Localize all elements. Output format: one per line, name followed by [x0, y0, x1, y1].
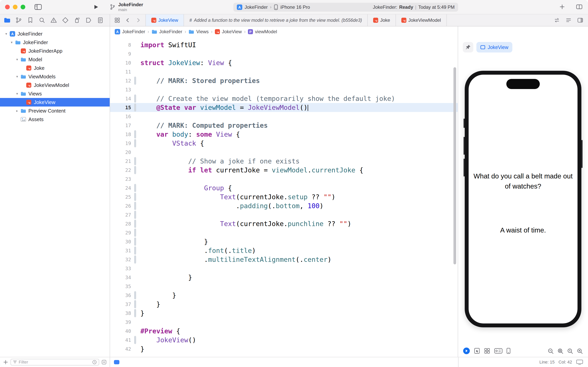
close-button[interactable]: [5, 5, 10, 9]
breadcrumb-item-jokeview[interactable]: JokeView: [215, 29, 242, 34]
sidebar-item-views[interactable]: ▾Views: [0, 89, 110, 98]
run-button[interactable]: [93, 4, 98, 10]
navigator-source-control-icon[interactable]: [15, 17, 22, 24]
code-line-20[interactable]: 20: [110, 148, 458, 157]
minimize-button[interactable]: [13, 5, 17, 9]
run-destination[interactable]: iPhone 16 Pro: [280, 4, 310, 10]
code-line-36[interactable]: 36 }: [110, 291, 458, 300]
sidebar-item-jokeview[interactable]: JokeView: [0, 98, 110, 107]
code-line-29[interactable]: 29: [110, 228, 458, 237]
preview-zoom-actual-icon[interactable]: [567, 348, 574, 355]
sidebar-item-jokefinder[interactable]: ▾AJokeFinder: [0, 30, 110, 38]
code-editor[interactable]: 8import SwiftUI910struct JokeView: View …: [110, 37, 458, 357]
code-line-31[interactable]: 31 .font(.title): [110, 246, 458, 255]
code-line-15[interactable]: 15 @State var viewModel = JokeViewModel(…: [110, 103, 458, 112]
tab-joke[interactable]: Joke: [368, 14, 396, 26]
sidebar-item-preview-content[interactable]: ▸Preview Content: [0, 107, 110, 115]
code-line-38[interactable]: 38}: [110, 309, 458, 318]
navigator-debug-icon[interactable]: [74, 17, 81, 24]
code-line-28[interactable]: 28 Text(currentJoke.punchline ?? ""): [110, 219, 458, 228]
code-line-35[interactable]: 35: [110, 282, 458, 291]
code-line-37[interactable]: 37 }: [110, 300, 458, 309]
code-line-40[interactable]: 40#Preview {: [110, 326, 458, 335]
code-line-17[interactable]: 17 // MARK: Computed properties: [110, 121, 458, 130]
scheme-and-activity-bar[interactable]: A JokeFinder › iPhone 16 Pro JokeFinder:…: [233, 3, 458, 12]
editor-scrollbar[interactable]: [454, 67, 456, 264]
preview-zoom-in-icon[interactable]: [577, 348, 583, 355]
code-line-23[interactable]: 23: [110, 175, 458, 184]
navigator-breakpoints-icon[interactable]: [85, 17, 92, 24]
breadcrumb-item-jokefinder[interactable]: JokeFinder: [151, 29, 182, 34]
sidebar-item-jokeviewmodel[interactable]: JokeViewModel: [0, 81, 110, 89]
code-line-10[interactable]: 10struct JokeView: View {: [110, 58, 458, 67]
code-line-11[interactable]: 11: [110, 67, 458, 76]
add-icon[interactable]: [559, 4, 565, 10]
tab-overview-icon[interactable]: [114, 17, 120, 23]
breadcrumb-item-viewmodel[interactable]: PviewModel: [248, 29, 277, 34]
code-line-21[interactable]: 21 // Show a joke if one exists: [110, 157, 458, 166]
pin-preview-button[interactable]: [463, 42, 473, 52]
nav-forward-icon[interactable]: [135, 17, 141, 23]
preview-variants-icon[interactable]: [484, 348, 490, 354]
code-line-18[interactable]: 18 var body: some View {: [110, 130, 458, 139]
zoom-button[interactable]: [21, 5, 25, 9]
navigator-issues-icon[interactable]: [50, 17, 57, 24]
tab-commit-message[interactable]: #Added a function to the view model to r…: [184, 14, 368, 26]
code-line-8[interactable]: 8import SwiftUI: [110, 41, 458, 49]
code-line-12[interactable]: 12 // MARK: Stored properties: [110, 76, 458, 85]
code-line-27[interactable]: 27: [110, 210, 458, 219]
sidebar-item-assets[interactable]: Assets: [0, 115, 110, 124]
code-line-42[interactable]: 42}: [110, 344, 458, 353]
inspector-icon[interactable]: [577, 17, 583, 23]
add-editor-icon[interactable]: [576, 4, 583, 10]
code-line-22[interactable]: 22 if let currentJoke = viewModel.curren…: [110, 166, 458, 175]
add-file-icon[interactable]: [3, 360, 8, 365]
scm-filter-icon[interactable]: [101, 360, 107, 365]
breadcrumb-item-views[interactable]: Views: [188, 29, 209, 34]
preview-appearance-icon[interactable]: [494, 348, 503, 354]
code-line-24[interactable]: 24 Group {: [110, 184, 458, 192]
code-line-41[interactable]: 41 JokeView(): [110, 335, 458, 344]
code-line-13[interactable]: 13: [110, 85, 458, 94]
code-line-33[interactable]: 33: [110, 264, 458, 273]
code-line-34[interactable]: 34 }: [110, 273, 458, 282]
code-line-25[interactable]: 25 Text(currentJoke.setup ?? ""): [110, 192, 458, 201]
code-line-32[interactable]: 32 .multilineTextAlignment(.center): [110, 255, 458, 264]
scheme-name[interactable]: JokeFinder: [245, 4, 268, 10]
disclosure-open-icon[interactable]: ▾: [15, 75, 19, 79]
disclosure-open-icon[interactable]: ▾: [4, 32, 8, 36]
code-line-26[interactable]: 26 .padding(.bottom, 100): [110, 201, 458, 210]
disclosure-open-icon[interactable]: ▾: [15, 57, 19, 62]
code-line-30[interactable]: 30 }: [110, 237, 458, 246]
disclosure-closed-icon[interactable]: ▸: [15, 109, 19, 113]
sidebar-item-jokefinder[interactable]: ▾JokeFinder: [0, 38, 110, 47]
preview-selectable-mode-icon[interactable]: [474, 348, 480, 354]
code-line-19[interactable]: 19 VStack {: [110, 139, 458, 148]
tab-jokeviewmodel[interactable]: JokeViewModel: [396, 14, 447, 26]
navigator-tests-icon[interactable]: [62, 17, 69, 24]
disclosure-open-icon[interactable]: ▾: [9, 40, 14, 44]
nav-back-icon[interactable]: [125, 17, 131, 23]
sidebar-item-viewmodels[interactable]: ▾ViewModels: [0, 72, 110, 81]
code-line-9[interactable]: 9: [110, 49, 458, 58]
sidebar-item-jokefinderapp[interactable]: JokeFinderApp: [0, 47, 110, 55]
tab-jokeview[interactable]: JokeView: [145, 14, 184, 26]
swap-icon[interactable]: [554, 17, 560, 23]
sidebar-item-model[interactable]: ▾Model: [0, 55, 110, 64]
code-line-16[interactable]: 16: [110, 112, 458, 121]
preview-device-settings-icon[interactable]: [506, 348, 511, 354]
sidebar-item-joke[interactable]: Joke: [0, 64, 110, 72]
recent-files-icon[interactable]: [92, 360, 97, 365]
breadcrumb-item-jokefinder[interactable]: AJokeFinder: [115, 29, 145, 34]
editor-options-icon[interactable]: [565, 17, 572, 23]
navigator-bookmarks-icon[interactable]: [27, 17, 34, 24]
source-control-summary[interactable]: JokeFinder main: [110, 2, 143, 12]
navigator-reports-icon[interactable]: [97, 17, 104, 24]
editor-mode-icon[interactable]: [114, 360, 119, 364]
navigator-find-icon[interactable]: [39, 17, 45, 24]
preview-zoom-fit-icon[interactable]: [557, 348, 564, 355]
navigator-project-icon[interactable]: [3, 17, 10, 24]
disclosure-open-icon[interactable]: ▾: [15, 92, 19, 96]
code-line-39[interactable]: 39: [110, 318, 458, 326]
preview-zoom-out-icon[interactable]: [547, 348, 554, 355]
